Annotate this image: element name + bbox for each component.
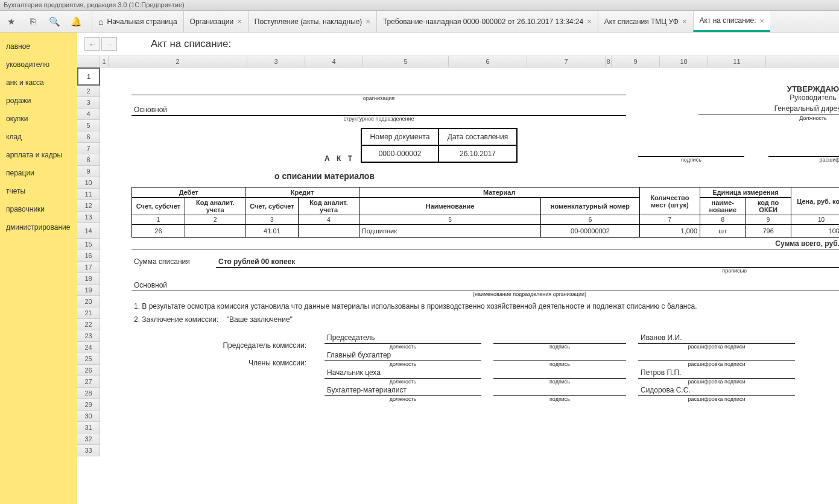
tab[interactable]: Акт на списание:× — [693, 11, 771, 32]
row-header[interactable]: 26 — [77, 365, 100, 376]
sig-name-sub: расшифровка подписи — [638, 361, 795, 367]
row-header[interactable]: 3 — [77, 97, 100, 109]
close-icon[interactable]: × — [587, 17, 592, 26]
column-header[interactable]: 7 — [527, 56, 606, 68]
sign-label: подпись — [638, 157, 744, 163]
cell-qty[interactable]: 1,000 — [639, 225, 700, 238]
close-icon[interactable]: × — [682, 17, 687, 26]
row-header[interactable]: 6 — [77, 131, 100, 143]
row-header[interactable]: 33 — [77, 445, 100, 456]
column-header[interactable]: 9 — [612, 56, 660, 68]
sidebar-item[interactable]: правочники — [0, 200, 77, 218]
col-number: 6 — [541, 215, 639, 225]
row-header[interactable]: 22 — [77, 319, 100, 330]
bell-icon[interactable]: 🔔 — [66, 12, 86, 31]
row-header[interactable]: 19 — [77, 285, 100, 296]
row-header[interactable]: 27 — [77, 376, 100, 388]
col-number: 9 — [746, 215, 791, 225]
cell-mat-name[interactable]: Подшипник — [359, 225, 540, 238]
close-icon[interactable]: × — [237, 17, 242, 26]
copy-icon[interactable]: ⎘ — [23, 12, 42, 31]
column-header[interactable] — [77, 56, 100, 68]
sidebar-item[interactable]: окупки — [0, 110, 77, 128]
docdate-header: Дата составления — [439, 129, 516, 146]
th-material: Материал — [359, 187, 639, 198]
row-header[interactable]: 10 — [77, 177, 100, 189]
tab-label: Поступление (акты, накладные) — [255, 17, 363, 26]
cell-price[interactable]: 100,00 — [791, 225, 839, 238]
column-header[interactable]: 5 — [363, 56, 449, 68]
row-header[interactable]: 9 — [77, 166, 100, 177]
close-icon[interactable]: × — [366, 17, 370, 26]
row-header[interactable]: 2 — [77, 86, 100, 97]
close-icon[interactable]: × — [760, 16, 765, 25]
row-header[interactable]: 11 — [77, 189, 100, 200]
row-header[interactable]: 32 — [77, 433, 100, 445]
spreadsheet[interactable]: 1234567891011 12345678910111213141516171… — [77, 56, 839, 504]
row-header[interactable]: 14 — [77, 223, 100, 239]
org-label: орагнизация — [131, 95, 626, 101]
col-number: 10 — [791, 215, 839, 225]
sidebar-item[interactable]: анк и касса — [0, 74, 77, 92]
th-unit: Единица измерения — [700, 187, 791, 198]
cell-d-schet[interactable]: 26 — [132, 225, 185, 238]
row-header[interactable]: 23 — [77, 330, 100, 342]
sidebar-item[interactable]: арплата и кадры — [0, 146, 77, 164]
row-header[interactable]: 5 — [77, 120, 100, 131]
row-header[interactable]: 31 — [77, 422, 100, 433]
cell-k-kod[interactable] — [299, 225, 359, 238]
tab[interactable]: Поступление (акты, накладные)× — [248, 11, 376, 32]
back-button[interactable]: ← — [84, 37, 100, 51]
column-header[interactable]: 2 — [109, 56, 247, 68]
sidebar-item[interactable]: перации — [0, 164, 77, 182]
forward-button[interactable]: → — [101, 37, 117, 51]
cell-k-schet[interactable]: 41.01 — [245, 225, 299, 238]
row-header[interactable]: 12 — [77, 200, 100, 212]
row-header[interactable]: 13 — [77, 212, 100, 223]
column-header[interactable]: 6 — [449, 56, 527, 68]
column-header[interactable]: 1 — [100, 56, 109, 68]
column-header[interactable]: 10 — [660, 56, 708, 68]
column-header[interactable]: 4 — [305, 56, 363, 68]
tab[interactable]: Требование-накладная 0000-000002 от 26.1… — [376, 11, 598, 32]
sidebar-item[interactable]: лавное — [0, 37, 77, 55]
row-header[interactable]: 15 — [77, 239, 100, 250]
cell-unit-code[interactable]: 796 — [746, 225, 791, 238]
search-icon[interactable]: 🔍 — [45, 12, 64, 31]
tab-label: Акт на списание: — [700, 16, 756, 25]
row-header[interactable]: 7 — [77, 143, 100, 154]
row-header[interactable]: 20 — [77, 296, 100, 307]
row-header[interactable]: 25 — [77, 353, 100, 365]
row-header[interactable]: 21 — [77, 307, 100, 319]
cell-unit-name[interactable]: шт — [700, 225, 746, 238]
star-icon[interactable]: ★ — [1, 12, 21, 31]
row-header[interactable]: 24 — [77, 342, 100, 353]
row-header[interactable]: 8 — [77, 154, 100, 166]
sidebar-item[interactable]: уководителю — [0, 55, 77, 74]
tab[interactable]: ⌂Начальная страница — [92, 11, 183, 32]
sig-sign-sub: подпись — [493, 396, 626, 402]
tab[interactable]: Акт списания ТМЦ УФ× — [598, 11, 693, 32]
row-header[interactable]: 18 — [77, 273, 100, 285]
sidebar-item[interactable]: дминистрирование — [0, 218, 77, 236]
sidebar-item[interactable]: родажи — [0, 92, 77, 110]
cell-d-kod[interactable] — [185, 225, 245, 238]
row-header[interactable]: 1 — [77, 68, 100, 86]
sig-role-sub: должность — [325, 379, 481, 385]
row-header[interactable]: 28 — [77, 388, 100, 399]
row-header[interactable]: 30 — [77, 411, 100, 422]
th-qty: Количество мест (штук) — [639, 187, 700, 215]
col-number: 8 — [700, 215, 746, 225]
column-header[interactable]: 8 — [606, 56, 612, 68]
sidebar-item[interactable]: клад — [0, 128, 77, 146]
tab[interactable]: Организации× — [183, 11, 248, 32]
row-header[interactable]: 29 — [77, 399, 100, 411]
column-header[interactable]: 11 — [708, 56, 766, 68]
cell-nomnum[interactable]: 00-00000002 — [541, 225, 639, 238]
row-header[interactable]: 4 — [77, 109, 100, 120]
column-header[interactable]: 3 — [247, 56, 305, 68]
row-header[interactable]: 17 — [77, 262, 100, 273]
row-header[interactable]: 16 — [77, 250, 100, 262]
sig-role: Главный бухгалтер — [325, 351, 481, 361]
sidebar-item[interactable]: тчеты — [0, 182, 77, 200]
